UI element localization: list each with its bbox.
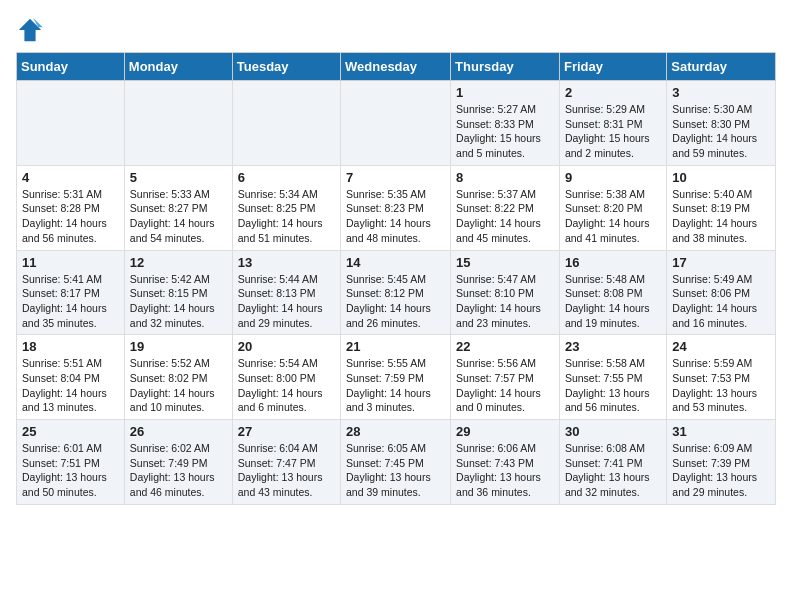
- calendar-cell: 1Sunrise: 5:27 AMSunset: 8:33 PMDaylight…: [451, 81, 560, 166]
- calendar-cell: [341, 81, 451, 166]
- day-number: 21: [346, 339, 445, 354]
- calendar-cell: 6Sunrise: 5:34 AMSunset: 8:25 PMDaylight…: [232, 165, 340, 250]
- calendar-cell: 18Sunrise: 5:51 AMSunset: 8:04 PMDayligh…: [17, 335, 125, 420]
- day-number: 26: [130, 424, 227, 439]
- day-info: Sunrise: 6:04 AMSunset: 7:47 PMDaylight:…: [238, 441, 335, 500]
- day-number: 3: [672, 85, 770, 100]
- calendar-cell: [232, 81, 340, 166]
- day-info: Sunrise: 5:44 AMSunset: 8:13 PMDaylight:…: [238, 272, 335, 331]
- day-number: 16: [565, 255, 661, 270]
- day-info: Sunrise: 5:30 AMSunset: 8:30 PMDaylight:…: [672, 102, 770, 161]
- day-info: Sunrise: 6:06 AMSunset: 7:43 PMDaylight:…: [456, 441, 554, 500]
- logo-icon: [16, 16, 44, 44]
- calendar-header-row: SundayMondayTuesdayWednesdayThursdayFrid…: [17, 53, 776, 81]
- day-info: Sunrise: 5:37 AMSunset: 8:22 PMDaylight:…: [456, 187, 554, 246]
- day-number: 29: [456, 424, 554, 439]
- day-number: 14: [346, 255, 445, 270]
- day-info: Sunrise: 5:55 AMSunset: 7:59 PMDaylight:…: [346, 356, 445, 415]
- calendar-cell: 25Sunrise: 6:01 AMSunset: 7:51 PMDayligh…: [17, 420, 125, 505]
- day-info: Sunrise: 5:42 AMSunset: 8:15 PMDaylight:…: [130, 272, 227, 331]
- calendar-week-row: 25Sunrise: 6:01 AMSunset: 7:51 PMDayligh…: [17, 420, 776, 505]
- calendar-cell: 30Sunrise: 6:08 AMSunset: 7:41 PMDayligh…: [559, 420, 666, 505]
- day-number: 23: [565, 339, 661, 354]
- col-header-monday: Monday: [124, 53, 232, 81]
- day-number: 20: [238, 339, 335, 354]
- calendar-cell: 24Sunrise: 5:59 AMSunset: 7:53 PMDayligh…: [667, 335, 776, 420]
- day-number: 27: [238, 424, 335, 439]
- day-info: Sunrise: 5:40 AMSunset: 8:19 PMDaylight:…: [672, 187, 770, 246]
- calendar-cell: 4Sunrise: 5:31 AMSunset: 8:28 PMDaylight…: [17, 165, 125, 250]
- page-header: [16, 16, 776, 44]
- day-info: Sunrise: 6:02 AMSunset: 7:49 PMDaylight:…: [130, 441, 227, 500]
- calendar-cell: 28Sunrise: 6:05 AMSunset: 7:45 PMDayligh…: [341, 420, 451, 505]
- day-number: 12: [130, 255, 227, 270]
- day-info: Sunrise: 6:05 AMSunset: 7:45 PMDaylight:…: [346, 441, 445, 500]
- day-info: Sunrise: 5:51 AMSunset: 8:04 PMDaylight:…: [22, 356, 119, 415]
- calendar-cell: 10Sunrise: 5:40 AMSunset: 8:19 PMDayligh…: [667, 165, 776, 250]
- calendar-cell: 5Sunrise: 5:33 AMSunset: 8:27 PMDaylight…: [124, 165, 232, 250]
- day-number: 1: [456, 85, 554, 100]
- calendar-cell: 20Sunrise: 5:54 AMSunset: 8:00 PMDayligh…: [232, 335, 340, 420]
- calendar-cell: 31Sunrise: 6:09 AMSunset: 7:39 PMDayligh…: [667, 420, 776, 505]
- svg-marker-0: [19, 19, 41, 41]
- calendar-week-row: 1Sunrise: 5:27 AMSunset: 8:33 PMDaylight…: [17, 81, 776, 166]
- col-header-wednesday: Wednesday: [341, 53, 451, 81]
- day-info: Sunrise: 5:34 AMSunset: 8:25 PMDaylight:…: [238, 187, 335, 246]
- day-number: 18: [22, 339, 119, 354]
- day-number: 22: [456, 339, 554, 354]
- day-number: 19: [130, 339, 227, 354]
- day-number: 31: [672, 424, 770, 439]
- calendar-cell: [124, 81, 232, 166]
- day-number: 10: [672, 170, 770, 185]
- calendar-week-row: 11Sunrise: 5:41 AMSunset: 8:17 PMDayligh…: [17, 250, 776, 335]
- calendar-cell: 15Sunrise: 5:47 AMSunset: 8:10 PMDayligh…: [451, 250, 560, 335]
- col-header-friday: Friday: [559, 53, 666, 81]
- day-info: Sunrise: 5:35 AMSunset: 8:23 PMDaylight:…: [346, 187, 445, 246]
- calendar-cell: 14Sunrise: 5:45 AMSunset: 8:12 PMDayligh…: [341, 250, 451, 335]
- calendar-cell: 11Sunrise: 5:41 AMSunset: 8:17 PMDayligh…: [17, 250, 125, 335]
- calendar-cell: 12Sunrise: 5:42 AMSunset: 8:15 PMDayligh…: [124, 250, 232, 335]
- calendar-cell: 29Sunrise: 6:06 AMSunset: 7:43 PMDayligh…: [451, 420, 560, 505]
- calendar-cell: 26Sunrise: 6:02 AMSunset: 7:49 PMDayligh…: [124, 420, 232, 505]
- col-header-thursday: Thursday: [451, 53, 560, 81]
- day-info: Sunrise: 5:59 AMSunset: 7:53 PMDaylight:…: [672, 356, 770, 415]
- day-number: 28: [346, 424, 445, 439]
- day-number: 11: [22, 255, 119, 270]
- day-number: 7: [346, 170, 445, 185]
- calendar-cell: 23Sunrise: 5:58 AMSunset: 7:55 PMDayligh…: [559, 335, 666, 420]
- day-info: Sunrise: 6:09 AMSunset: 7:39 PMDaylight:…: [672, 441, 770, 500]
- day-number: 15: [456, 255, 554, 270]
- day-info: Sunrise: 5:52 AMSunset: 8:02 PMDaylight:…: [130, 356, 227, 415]
- day-info: Sunrise: 5:27 AMSunset: 8:33 PMDaylight:…: [456, 102, 554, 161]
- day-number: 25: [22, 424, 119, 439]
- day-info: Sunrise: 5:41 AMSunset: 8:17 PMDaylight:…: [22, 272, 119, 331]
- day-info: Sunrise: 5:29 AMSunset: 8:31 PMDaylight:…: [565, 102, 661, 161]
- col-header-sunday: Sunday: [17, 53, 125, 81]
- day-info: Sunrise: 5:33 AMSunset: 8:27 PMDaylight:…: [130, 187, 227, 246]
- calendar-cell: 13Sunrise: 5:44 AMSunset: 8:13 PMDayligh…: [232, 250, 340, 335]
- day-number: 9: [565, 170, 661, 185]
- day-number: 2: [565, 85, 661, 100]
- calendar-table: SundayMondayTuesdayWednesdayThursdayFrid…: [16, 52, 776, 505]
- day-info: Sunrise: 6:08 AMSunset: 7:41 PMDaylight:…: [565, 441, 661, 500]
- day-number: 17: [672, 255, 770, 270]
- calendar-cell: 19Sunrise: 5:52 AMSunset: 8:02 PMDayligh…: [124, 335, 232, 420]
- day-number: 5: [130, 170, 227, 185]
- day-info: Sunrise: 6:01 AMSunset: 7:51 PMDaylight:…: [22, 441, 119, 500]
- day-number: 30: [565, 424, 661, 439]
- col-header-tuesday: Tuesday: [232, 53, 340, 81]
- calendar-cell: 17Sunrise: 5:49 AMSunset: 8:06 PMDayligh…: [667, 250, 776, 335]
- calendar-cell: 7Sunrise: 5:35 AMSunset: 8:23 PMDaylight…: [341, 165, 451, 250]
- day-number: 4: [22, 170, 119, 185]
- col-header-saturday: Saturday: [667, 53, 776, 81]
- day-info: Sunrise: 5:54 AMSunset: 8:00 PMDaylight:…: [238, 356, 335, 415]
- day-number: 8: [456, 170, 554, 185]
- calendar-cell: 27Sunrise: 6:04 AMSunset: 7:47 PMDayligh…: [232, 420, 340, 505]
- day-number: 24: [672, 339, 770, 354]
- calendar-cell: 8Sunrise: 5:37 AMSunset: 8:22 PMDaylight…: [451, 165, 560, 250]
- calendar-week-row: 18Sunrise: 5:51 AMSunset: 8:04 PMDayligh…: [17, 335, 776, 420]
- day-number: 6: [238, 170, 335, 185]
- calendar-cell: 16Sunrise: 5:48 AMSunset: 8:08 PMDayligh…: [559, 250, 666, 335]
- day-info: Sunrise: 5:45 AMSunset: 8:12 PMDaylight:…: [346, 272, 445, 331]
- calendar-cell: 21Sunrise: 5:55 AMSunset: 7:59 PMDayligh…: [341, 335, 451, 420]
